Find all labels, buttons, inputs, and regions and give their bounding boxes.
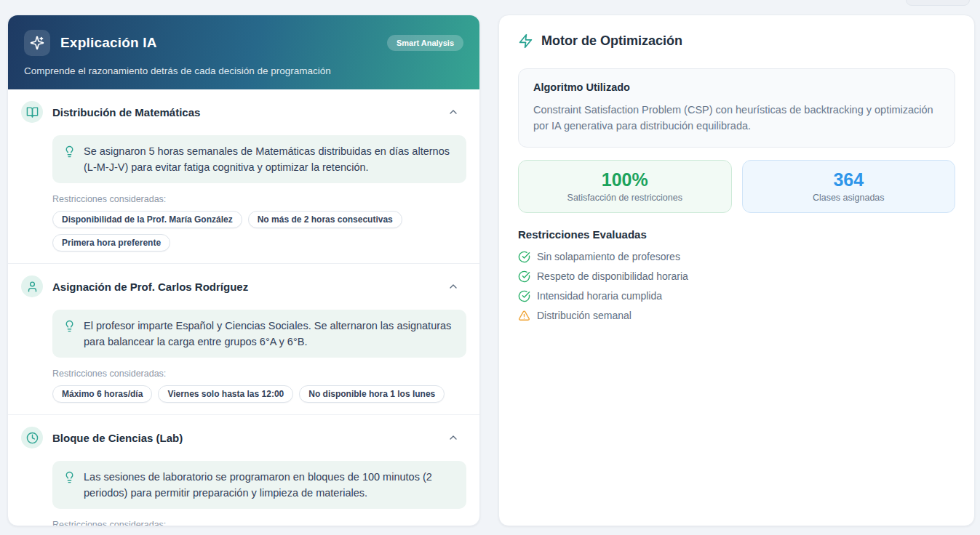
- section-header-science-lab[interactable]: Bloque de Ciencias (Lab): [21, 427, 468, 448]
- explanation-section: Distribución de Matemáticas Se asignaron…: [8, 89, 479, 252]
- constraints-label: Restricciones consideradas:: [52, 369, 466, 379]
- explanation-section: Bloque de Ciencias (Lab) Las sesiones de…: [8, 414, 479, 526]
- algorithm-description: Constraint Satisfaction Problem (CSP) co…: [533, 102, 940, 134]
- evaluated-item-label: Respeto de disponibilidad horaria: [537, 270, 688, 282]
- evaluated-item: Distribución semanal: [518, 310, 955, 322]
- chevron-up-icon[interactable]: [447, 281, 459, 292]
- constraints-label: Restricciones consideradas:: [52, 520, 466, 526]
- section-title: Asignación de Prof. Carlos Rodríguez: [52, 281, 248, 293]
- constraint-pill: Primera hora preferente: [52, 234, 170, 252]
- section-title: Bloque de Ciencias (Lab): [52, 432, 183, 444]
- reasoning-box: Las sesiones de laboratorio se programar…: [52, 461, 466, 509]
- algorithm-title: Algoritmo Utilizado: [533, 81, 940, 93]
- constraint-pill: Viernes solo hasta las 12:00: [158, 385, 293, 403]
- algorithm-box: Algoritmo Utilizado Constraint Satisfact…: [518, 68, 955, 148]
- evaluated-item-label: Sin solapamiento de profesores: [537, 251, 680, 262]
- reasoning-text: El profesor imparte Español y Ciencias S…: [84, 318, 455, 350]
- evaluated-item-label: Distribución semanal: [537, 310, 632, 321]
- alert-triangle-icon: [518, 310, 530, 322]
- section-header-math[interactable]: Distribución de Matemáticas: [21, 101, 468, 123]
- stat-label: Satisfacción de restricciones: [526, 193, 724, 203]
- section-title: Distribución de Matemáticas: [52, 106, 200, 118]
- top-right-partial-element: [906, 0, 970, 6]
- sparkles-icon: [24, 30, 50, 56]
- section-header-teacher[interactable]: Asignación de Prof. Carlos Rodríguez: [21, 275, 468, 297]
- reasoning-box: Se asignaron 5 horas semanales de Matemá…: [52, 135, 466, 183]
- stat-card-satisfaction: 100% Satisfacción de restricciones: [518, 160, 732, 213]
- constraint-pill: Máximo 6 horas/día: [52, 385, 152, 403]
- ai-explanation-panel: Explicación IA Smart Analysis Comprende …: [7, 15, 480, 526]
- lightbulb-icon: [63, 320, 76, 332]
- reasoning-text: Se asignaron 5 horas semanales de Matemá…: [84, 143, 455, 175]
- evaluated-constraints-title: Restricciones Evaluadas: [518, 228, 955, 241]
- lightbulb-icon: [63, 471, 76, 483]
- optimization-engine-panel: Motor de Optimización Algoritmo Utilizad…: [498, 15, 975, 526]
- constraint-pill: No disponible hora 1 los lunes: [299, 385, 445, 403]
- stat-label: Clases asignadas: [750, 193, 948, 203]
- check-circle-icon: [518, 251, 530, 263]
- panel-title: Motor de Optimización: [541, 33, 682, 49]
- zap-icon: [518, 33, 533, 49]
- check-circle-icon: [518, 290, 530, 302]
- lightbulb-icon: [63, 145, 76, 158]
- reasoning-box: El profesor imparte Español y Ciencias S…: [52, 310, 466, 358]
- evaluated-item-label: Intensidad horaria cumplida: [537, 290, 662, 302]
- stat-value: 364: [750, 169, 948, 190]
- chevron-up-icon[interactable]: [447, 106, 459, 118]
- evaluated-item: Intensidad horaria cumplida: [518, 290, 955, 302]
- user-icon: [21, 275, 43, 297]
- panel-title: Explicación IA: [60, 35, 157, 51]
- constraints-label: Restricciones consideradas:: [52, 194, 466, 204]
- book-open-icon: [21, 101, 43, 123]
- explanation-section: Asignación de Prof. Carlos Rodríguez El …: [8, 263, 479, 403]
- constraint-pill: No más de 2 horas consecutivas: [248, 211, 402, 228]
- constraint-pill: Disponibilidad de la Prof. María Gonzále…: [52, 211, 242, 228]
- check-circle-icon: [518, 270, 530, 283]
- clock-icon: [21, 427, 43, 448]
- ai-explanation-header: Explicación IA Smart Analysis Comprende …: [8, 15, 479, 89]
- smart-analysis-badge: Smart Analysis: [387, 35, 463, 51]
- chevron-up-icon[interactable]: [447, 432, 459, 443]
- evaluated-item: Sin solapamiento de profesores: [518, 251, 955, 263]
- reasoning-text: Las sesiones de laboratorio se programar…: [84, 469, 455, 501]
- panel-subtitle: Comprende el razonamiento detrás de cada…: [24, 65, 463, 76]
- evaluated-item: Respeto de disponibilidad horaria: [518, 270, 955, 283]
- stat-card-classes: 364 Clases asignadas: [742, 160, 956, 213]
- stat-value: 100%: [526, 169, 724, 190]
